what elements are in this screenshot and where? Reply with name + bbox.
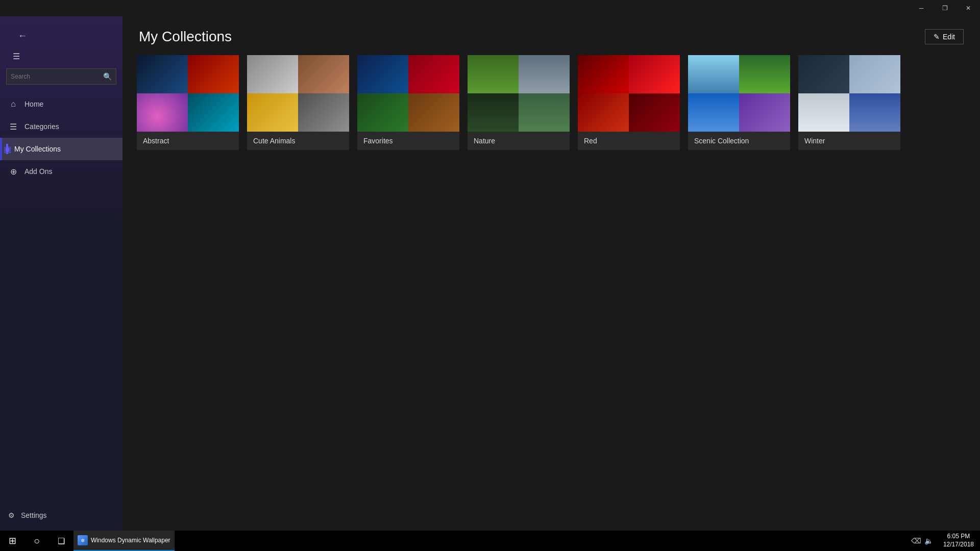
sidebar-item-categories-label: Categories (24, 122, 59, 131)
hamburger-icon: ☰ (13, 52, 20, 61)
page-title: My Collections (139, 29, 232, 45)
cortana-icon: ○ (34, 535, 40, 547)
collection-label-nature: Nature (468, 132, 570, 150)
collection-card-cute-animals[interactable]: Cute Animals (247, 55, 349, 150)
sidebar-item-categories[interactable]: ☰ Categories (0, 115, 122, 138)
collection-label-winter: Winter (798, 132, 900, 150)
collection-label-favorites: Favorites (357, 132, 459, 150)
collection-label-abstract: Abstract (137, 132, 239, 150)
sidebar-nav: ⌂ Home ☰ Categories ▣ My Collections ⊕ A… (0, 93, 122, 500)
collection-card-red[interactable]: Red (578, 55, 680, 150)
collection-card-winter[interactable]: Winter (798, 55, 900, 150)
taskbar-right: ⌫ 🔈 6:05 PM 12/17/2018 (907, 531, 980, 551)
minimize-button[interactable]: ─ (910, 0, 933, 16)
sidebar-item-add-ons-label: Add Ons (24, 167, 52, 176)
sidebar-item-home[interactable]: ⌂ Home (0, 93, 122, 115)
categories-icon: ☰ (8, 121, 18, 132)
main-header: My Collections ✎ Edit (122, 16, 980, 55)
start-icon: ⊞ (9, 535, 16, 546)
collection-card-nature[interactable]: Nature (468, 55, 570, 150)
collection-label-red: Red (578, 132, 680, 150)
collection-thumbnail-nature (468, 55, 570, 132)
collection-thumbnail-favorites (357, 55, 459, 132)
taskbar: ⊞ ○ ❑ ❄ Windows Dynamic Wallpaper ⌫ 🔈 6:… (0, 531, 980, 551)
taskbar-clock[interactable]: 6:05 PM 12/17/2018 (937, 531, 980, 551)
sidebar-item-add-ons[interactable]: ⊕ Add Ons (0, 160, 122, 183)
hamburger-button[interactable]: ☰ (6, 46, 27, 66)
taskbar-app-button[interactable]: ❄ Windows Dynamic Wallpaper (74, 531, 175, 551)
edit-button[interactable]: ✎ Edit (925, 29, 964, 44)
search-input[interactable] (11, 73, 103, 80)
sidebar-item-my-collections[interactable]: ▣ My Collections (0, 138, 122, 160)
home-icon: ⌂ (8, 99, 18, 109)
collection-label-cute-animals: Cute Animals (247, 132, 349, 150)
collection-thumbnail-red (578, 55, 680, 132)
my-collections-icon: ▣ (6, 144, 8, 154)
title-bar: ─ ❐ ✕ (0, 0, 980, 16)
close-button[interactable]: ✕ (957, 0, 980, 16)
task-view-button[interactable]: ❑ (49, 531, 74, 551)
search-box: 🔍 (6, 68, 116, 85)
taskbar-app-label: Windows Dynamic Wallpaper (91, 537, 170, 544)
collection-label-scenic-collection: Scenic Collection (688, 132, 790, 150)
edit-label: Edit (943, 33, 955, 41)
cortana-button[interactable]: ○ (24, 531, 49, 551)
speaker-icon[interactable]: 🔈 (924, 537, 933, 545)
task-view-icon: ❑ (58, 536, 65, 546)
settings-label: Settings (21, 511, 47, 519)
back-button[interactable]: ← (12, 26, 33, 46)
collections-grid: Abstract Cute Animals (122, 55, 980, 150)
system-icons: ⌫ 🔈 (907, 531, 937, 551)
collection-card-abstract[interactable]: Abstract (137, 55, 239, 150)
app-body: ← ☰ 🔍 ⌂ Home ☰ Categories ▣ My Colle (0, 16, 980, 531)
main-content: My Collections ✎ Edit Abstract (122, 16, 980, 531)
collection-thumbnail-scenic-collection (688, 55, 790, 132)
sidebar: ← ☰ 🔍 ⌂ Home ☰ Categories ▣ My Colle (0, 16, 122, 531)
edit-icon: ✎ (934, 33, 940, 41)
collection-card-scenic-collection[interactable]: Scenic Collection (688, 55, 790, 150)
date-display: 12/17/2018 (943, 541, 974, 549)
sidebar-item-my-collections-label: My Collections (14, 145, 61, 153)
time-display: 6:05 PM (947, 533, 970, 541)
sidebar-top: ← ☰ 🔍 (0, 16, 122, 89)
collection-thumbnail-winter (798, 55, 900, 132)
collection-thumbnail-abstract (137, 55, 239, 132)
sidebar-bottom: ⚙ Settings (0, 500, 122, 531)
start-button[interactable]: ⊞ (0, 531, 24, 551)
settings-item[interactable]: ⚙ Settings (0, 504, 122, 527)
collection-card-favorites[interactable]: Favorites (357, 55, 459, 150)
search-icon[interactable]: 🔍 (103, 72, 112, 81)
taskbar-app-icon: ❄ (78, 535, 88, 545)
settings-icon: ⚙ (8, 511, 15, 519)
sidebar-item-home-label: Home (24, 100, 43, 108)
restore-button[interactable]: ❐ (933, 0, 957, 16)
network-icon[interactable]: ⌫ (911, 537, 921, 545)
add-ons-icon: ⊕ (8, 166, 18, 177)
collection-thumbnail-cute-animals (247, 55, 349, 132)
